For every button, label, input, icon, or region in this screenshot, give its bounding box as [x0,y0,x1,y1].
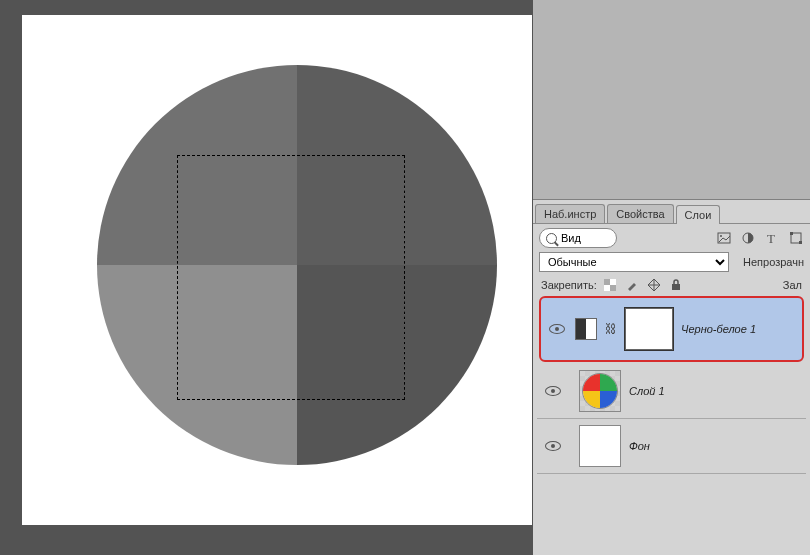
marquee-selection[interactable] [177,155,405,400]
layers-panel-body: T Обычные Непрозрачн Закрепить: [533,224,810,478]
filter-input[interactable] [561,232,601,244]
lock-row: Закрепить: Зал [537,276,806,294]
filter-row: T [537,228,806,248]
layer-name[interactable]: Черно-белое 1 [681,323,756,335]
filter-text-icon[interactable]: T [764,230,780,246]
lock-label: Закрепить: [541,279,597,291]
layer-thumbnail[interactable] [579,425,621,467]
mask-thumbnail[interactable] [625,308,673,350]
link-icon[interactable]: ⛓ [605,322,617,336]
svg-rect-8 [610,285,616,291]
panel-tabs: Наб.инстр Свойства Слои [533,200,810,224]
svg-rect-5 [790,232,793,235]
svg-rect-10 [604,285,610,291]
layer-name[interactable]: Фон [629,440,650,452]
blend-row: Обычные Непрозрачн [537,252,806,272]
layer-content: Фон [565,425,802,467]
layer-visibility[interactable] [541,441,565,451]
svg-rect-7 [604,279,610,285]
lock-all-icon[interactable] [669,278,683,292]
eye-icon [545,441,561,451]
lock-icons [603,278,683,292]
filter-shape-icon[interactable] [788,230,804,246]
svg-rect-11 [672,284,680,290]
layer-item-adjustment[interactable]: ⛓ Черно-белое 1 [539,296,804,362]
search-icon [546,233,557,244]
layer-filter-search[interactable] [539,228,617,248]
layer-visibility[interactable] [545,324,569,334]
side-panel: Наб.инстр Свойства Слои T [533,0,810,555]
panel-top-space [533,0,810,200]
layer-item-layer1[interactable]: Слой 1 [537,364,806,419]
svg-rect-9 [610,279,616,285]
eye-icon [545,386,561,396]
tab-properties[interactable]: Свойства [607,204,673,223]
layer-visibility[interactable] [541,386,565,396]
adjustment-bw-icon [575,318,597,340]
layer-content: ⛓ Черно-белое 1 [569,308,798,350]
lock-position-icon[interactable] [647,278,661,292]
layers-list: ⛓ Черно-белое 1 Слой 1 [537,296,806,474]
svg-point-1 [720,235,722,237]
svg-text:T: T [767,231,775,245]
layer-thumbnail[interactable] [579,370,621,412]
layer-name[interactable]: Слой 1 [629,385,665,397]
layer-item-background[interactable]: Фон [537,419,806,474]
tab-toolset[interactable]: Наб.инстр [535,204,605,223]
color-circle-thumb [582,373,618,409]
fill-label: Зал [783,279,802,291]
filter-adjust-icon[interactable] [740,230,756,246]
lock-transparency-icon[interactable] [603,278,617,292]
filter-icons: T [716,230,804,246]
tab-layers[interactable]: Слои [676,205,721,224]
lock-paint-icon[interactable] [625,278,639,292]
filter-image-icon[interactable] [716,230,732,246]
blend-mode-select[interactable]: Обычные [539,252,729,272]
canvas[interactable] [22,15,532,525]
svg-rect-6 [799,241,802,244]
layer-content: Слой 1 [565,370,802,412]
opacity-label: Непрозрачн [743,256,804,268]
eye-icon [549,324,565,334]
